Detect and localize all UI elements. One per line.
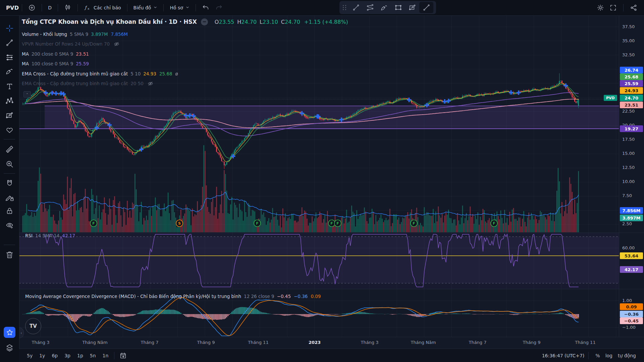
symbol-title[interactable]: Tổng CTCP Khoan và Dịch vụ Khoan Dầu khí… (22, 18, 197, 25)
price-change: +1.15 (+4.88%) (304, 19, 348, 25)
projection-tool-button[interactable] (405, 2, 419, 13)
price-tick: 15.00 (622, 151, 635, 156)
measure-tool-icon[interactable] (3, 143, 16, 156)
parallel-channel-tool-button[interactable] (363, 2, 377, 13)
price-tick: 37.50 (622, 24, 635, 29)
stay-in-drawing-mode-icon[interactable] (3, 191, 16, 203)
svg-text:F: F (330, 221, 333, 226)
macd-legend[interactable]: Moving Average Covergence Divergence (MA… (25, 294, 321, 299)
rectangle-tool-button[interactable] (391, 2, 405, 13)
rsi-legend[interactable]: RSI 14 SMA 14 42.17 (25, 233, 75, 238)
range-3p-button[interactable]: 3p (63, 351, 72, 360)
svg-text:F: F (256, 221, 259, 226)
object-tree-layers-button[interactable] (3, 341, 16, 354)
xabcd-pattern-tool-icon[interactable] (3, 94, 16, 107)
ohlc-c: C24.70 (281, 19, 300, 25)
price-label-badge: 25.59 (620, 80, 643, 87)
indicator-legend-row[interactable]: EMA Cross - Cặp đường trung bình mũ giao… (22, 70, 348, 77)
chevron-down-icon (185, 5, 190, 10)
hide-all-drawings-icon[interactable] (3, 219, 16, 232)
fullscreen-button[interactable] (607, 2, 619, 13)
indicator-legend-row[interactable]: MA100 close 0 SMA 925.59 (22, 61, 348, 67)
redo-button[interactable] (212, 2, 226, 13)
profile-menu-button[interactable]: Hồ sơ (167, 3, 192, 12)
indicator-legend-row[interactable]: EMA Cross - Cặp đường trung bình mũ giao… (22, 80, 348, 87)
trend-line-tool-button[interactable] (349, 2, 363, 13)
projection-tool-icon[interactable] (3, 109, 16, 122)
chart-style-button[interactable] (61, 2, 74, 14)
zoom-in-tool-icon[interactable] (3, 158, 16, 170)
pane-collapse-button[interactable]: ⌃ (23, 91, 31, 98)
trend-line-tool-icon[interactable] (3, 36, 16, 49)
indicator-legend-row[interactable]: Volume - Khối lượng5 SMA 93.897M7.856M (22, 31, 348, 37)
magnet-mode-icon[interactable] (3, 177, 16, 190)
svg-text:ƒ: ƒ (84, 5, 88, 10)
svg-text:S: S (178, 221, 181, 226)
range-5y-button[interactable]: 5y (25, 351, 34, 360)
range-1p-button[interactable]: 1p (75, 351, 85, 360)
layout-menu-button[interactable]: Biểu đồ (130, 3, 161, 12)
divider (127, 4, 127, 11)
log-scale-button[interactable]: log (603, 352, 615, 360)
lock-all-drawings-icon[interactable] (3, 204, 16, 217)
brush-tool-icon[interactable] (3, 65, 16, 77)
share-button[interactable] (628, 2, 639, 13)
time-label: Tháng 9 (197, 340, 215, 345)
range-6p-button[interactable]: 6p (50, 351, 59, 360)
eye-off-icon[interactable] (114, 41, 119, 47)
indicators-button[interactable]: ƒx Các chỉ báo (81, 2, 124, 14)
time-axis[interactable]: Tháng 3Tháng NămTháng 7Tháng 9Tháng 1120… (19, 337, 644, 349)
price-tick: 32.50 (622, 52, 635, 58)
price-label-badge: 24.70 (620, 95, 643, 101)
indicator-legend-row[interactable]: MA200 close 0 SMA 923.51 (22, 51, 348, 57)
price-tick: 2.50 (622, 221, 632, 227)
fib-retracement-tool-icon[interactable] (3, 51, 16, 64)
symbol-search-button[interactable]: PVD (6, 5, 19, 11)
brush-tool-button[interactable] (377, 2, 391, 13)
percent-scale-button[interactable]: % (593, 352, 602, 360)
time-label: Tháng 7 (141, 340, 158, 345)
trend-angle-tool-button[interactable] (419, 2, 433, 13)
price-tick: 7.50 (622, 193, 632, 198)
time-label: Tháng 9 (523, 340, 540, 345)
divider (58, 4, 58, 11)
price-tick: 12.50 (622, 165, 635, 170)
settings-button[interactable] (595, 2, 606, 13)
divider (114, 352, 114, 359)
text-tool-icon[interactable] (3, 80, 16, 93)
auto-scale-button[interactable]: tự động (615, 352, 639, 360)
undo-button[interactable] (199, 2, 212, 13)
toolbar-separator (4, 245, 15, 245)
price-label-badge: 26.74 (620, 67, 643, 73)
emoji-tool-icon[interactable] (3, 123, 16, 136)
chart-legend: Tổng CTCP Khoan và Dịch vụ Khoan Dầu khí… (22, 17, 348, 90)
price-label-badge: 3.897M (620, 215, 643, 221)
range-1y-button[interactable]: 1y (38, 351, 47, 360)
indicator-legend-row[interactable]: VPVR Number Of Rows 24 Up/Down 70 (22, 41, 348, 47)
compare-add-symbol-button[interactable] (25, 2, 39, 13)
legend-more-button[interactable] (201, 18, 208, 25)
bottom-toolbar: 5y1y6p3p1p5n1n 16:36:47 (UTC+7) % log tự… (19, 349, 644, 362)
time-label: Tháng 3 (361, 340, 378, 345)
price-label-badge: −0.45 (620, 317, 643, 324)
interval-button[interactable]: D (45, 3, 55, 12)
crosshair-icon[interactable] (3, 22, 16, 35)
price-axis[interactable]: 37.5035.0032.5022.5020.0017.5015.0012.50… (619, 16, 644, 337)
tradingview-logo[interactable]: TV (25, 318, 41, 334)
go-to-date-button[interactable] (118, 351, 128, 360)
toolbar-separator (4, 139, 15, 139)
range-5n-button[interactable]: 5n (88, 351, 98, 360)
favorites-star-button[interactable] (4, 327, 15, 338)
price-tick: 35.00 (622, 38, 635, 44)
rsi-value: 42.17 (62, 233, 75, 238)
eye-off-icon[interactable] (148, 81, 153, 86)
range-1n-button[interactable]: 1n (101, 351, 110, 360)
svg-text:F: F (493, 221, 495, 226)
pane-separator-rsi-macd[interactable] (19, 289, 644, 289)
remove-drawings-icon[interactable] (3, 248, 16, 261)
price-label-badge: 0.09 (620, 303, 643, 310)
time-label: Tháng 7 (469, 340, 486, 345)
clock[interactable]: 16:36:47 (UTC+7) (542, 353, 585, 358)
pane-separator-volume-rsi[interactable] (19, 233, 644, 233)
drag-handle-icon[interactable] (343, 5, 346, 10)
